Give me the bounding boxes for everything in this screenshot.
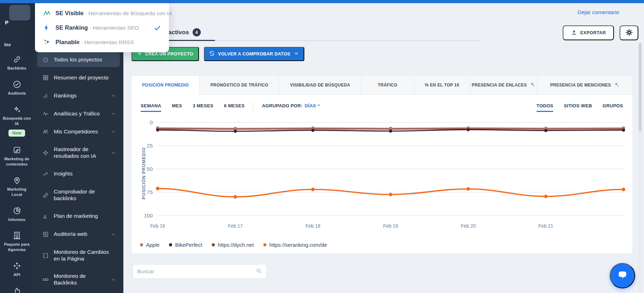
sidebar-item-label: API xyxy=(13,272,20,277)
sidebar-item-label: Rastreador de resultados con IA xyxy=(54,146,106,160)
tab-trafico[interactable]: TRÁFICO xyxy=(361,76,414,95)
sidebar-item-monitoreo-de-cambios-en-la-pagina[interactable]: Monitoreo de Cambios en la Página xyxy=(37,245,120,266)
leave-comment-link[interactable]: Dejar comentario xyxy=(578,9,619,16)
legend-item[interactable]: https://seranking.com/de xyxy=(263,242,327,248)
app-switcher-trigger[interactable] xyxy=(9,5,30,20)
chat-widget-button[interactable] xyxy=(610,263,635,288)
tab-posicion-promedio[interactable]: POSICIÓN PROMEDIO xyxy=(131,76,200,95)
app-description: · Herramientas RRSS xyxy=(80,39,134,45)
legend-label: https://dych.net xyxy=(218,242,254,248)
ai-sparkles-icon xyxy=(12,105,22,114)
chevron-down-icon xyxy=(111,277,116,282)
legend-dot xyxy=(263,243,267,246)
vertical-scrollbar[interactable] xyxy=(638,42,642,293)
scope-todos[interactable]: TODOS xyxy=(537,103,554,108)
group-by-control: AGRUPADO POR: DÍAS xyxy=(262,103,321,108)
sidebar-item-auditoria[interactable]: Auditoría xyxy=(0,80,34,96)
trend-icon xyxy=(42,171,49,178)
tab-label: PRESENCIA DE ENLACES xyxy=(472,83,527,88)
period-semana[interactable]: SEMANA xyxy=(141,103,161,108)
sidebar-item-label: Auditoría xyxy=(8,91,25,96)
content-edit-icon xyxy=(12,145,22,155)
sidebar-item-label: Paquete para Agencias xyxy=(2,242,32,252)
sidebar-item-todos-los-proyectos[interactable]: Todos los proyectos xyxy=(37,52,120,67)
tab-visibilidad-de-busqueda[interactable]: VISIBILIDAD DE BÚSQUEDA xyxy=(279,76,361,95)
chevron-down-icon xyxy=(111,129,116,134)
sidebar-item-paquete-para-agencias[interactable]: Paquete para Agencias xyxy=(0,231,34,252)
legend-item[interactable]: https://dych.net xyxy=(212,242,254,248)
sidebar-item-label: Búsqueda con IA xyxy=(2,116,32,126)
app-description: · Herramientas de Búsqueda con IA xyxy=(84,10,172,16)
sidebar-item-informes[interactable]: Informes xyxy=(0,206,34,222)
sidebar-item-rastreador-de-resultados-con-ia[interactable]: Rastreador de resultados con IA xyxy=(37,142,120,163)
legend-dot xyxy=(140,243,143,246)
app-switcher-item-planable[interactable]: Planable · Herramientas RRSS xyxy=(35,35,169,49)
tab-label: VISIBILIDAD DE BÚSQUEDA xyxy=(290,83,350,88)
sidebar-item-comprobador-de-backlinks[interactable]: Comprobador de backlinks xyxy=(37,185,120,206)
search-icon[interactable] xyxy=(256,268,262,276)
period-mes[interactable]: MES xyxy=(172,103,182,108)
chevron-down-icon xyxy=(111,232,116,237)
svg-text:100: 100 xyxy=(144,212,153,218)
export-button[interactable]: EXPORTAR xyxy=(563,25,614,40)
sidebar-item-social-media[interactable]: Social Media xyxy=(0,286,34,293)
sidebar-item-mis-competidores[interactable]: Mis Competidores xyxy=(37,124,120,139)
legend-item[interactable]: Apple xyxy=(140,242,159,248)
projects-active-tab[interactable]: activos 4 xyxy=(168,28,201,36)
settings-gear-button[interactable] xyxy=(620,25,638,40)
tab-presencia-de-menciones[interactable]: PRESENCIA DE MENCIONES xyxy=(537,76,632,95)
sidebar-item-monitoreo-de-backlinks[interactable]: Monitoreo de Backlinks xyxy=(37,269,120,290)
backlinks-icon xyxy=(42,192,49,199)
group-by-value: DÍAS xyxy=(305,103,316,108)
app-name: SE Ranking xyxy=(55,24,88,31)
scrollbar-thumb[interactable] xyxy=(639,43,642,131)
tab-label: PRONÓSTICO DE TRÁFICO xyxy=(210,83,268,88)
recheck-data-label: VOLVER A COMPROBAR DATOS xyxy=(218,52,291,56)
group-by-value-dropdown[interactable]: DÍAS xyxy=(305,103,321,108)
sidebar-item-marketing-local[interactable]: Marketing Local xyxy=(0,176,34,197)
legend-item[interactable]: BikePerfect xyxy=(169,242,202,248)
svg-text:Feb 19: Feb 19 xyxy=(383,223,398,229)
sidebar-item-insights[interactable]: Insights xyxy=(37,167,120,181)
app-switcher-item-se-ranking[interactable]: SE Ranking · Herramientas SEO xyxy=(35,20,169,35)
app-switcher-dropdown: SE Visible · Herramientas de Búsqueda co… xyxy=(35,3,169,52)
scope-sitios-web[interactable]: SITIOS WEB xyxy=(564,103,592,108)
sidebar-item-backlinks[interactable]: Backlinks xyxy=(0,55,34,71)
search-input[interactable] xyxy=(137,268,256,275)
svg-text:Feb 16: Feb 16 xyxy=(150,223,165,229)
map-pin-icon xyxy=(12,176,22,185)
period-3-meses[interactable]: 3 MESES xyxy=(193,103,213,108)
ai-sparkle-icon xyxy=(614,82,620,89)
check-icon xyxy=(153,24,161,32)
sidebar-item-plan-de-marketing[interactable]: Plan de marketing xyxy=(37,209,120,224)
tab-en-el-top-10[interactable]: % EN EL TOP 10 xyxy=(414,76,470,95)
sidebar-item-auditoria-web[interactable]: Auditoría web xyxy=(37,227,120,242)
sidebar-item-busqueda-con-ia[interactable]: Búsqueda con IANew xyxy=(0,105,34,137)
sidebar-item-resumen-del-proyecto[interactable]: Resumen del proyecto xyxy=(37,70,120,85)
api-nodes-icon xyxy=(12,261,22,270)
sidebar-item-partial-label[interactable]: Inv xyxy=(4,42,11,47)
sidebar-item-api[interactable]: API xyxy=(0,261,34,277)
chevron-down-icon xyxy=(111,150,116,156)
sidebar-item-analiticas-y-trafico[interactable]: Analíticas y Tráfico xyxy=(37,106,120,121)
refresh-icon xyxy=(209,50,215,58)
tab-presencia-de-enlaces[interactable]: PRESENCIA DE ENLACES xyxy=(470,76,537,95)
tab-pronostico-de-trafico[interactable]: PRONÓSTICO DE TRÁFICO xyxy=(200,76,279,95)
sidebar-item-marketing-de-contenidos[interactable]: Marketing de contenidos xyxy=(0,145,34,167)
recheck-data-button[interactable]: VOLVER A COMPROBAR DATOS xyxy=(204,47,304,61)
sidebar-item-rankings[interactable]: Rankings xyxy=(37,88,120,103)
project-search xyxy=(133,264,267,279)
app-switcher-item-se-visible[interactable]: SE Visible · Herramientas de Búsqueda co… xyxy=(35,6,169,20)
scope-grupos[interactable]: GRUPOS xyxy=(603,103,623,108)
sidebar-item-label: Resumen del proyecto xyxy=(54,74,116,81)
period-6-meses[interactable]: 6 MESES xyxy=(224,103,245,108)
legend-label: https://seranking.com/de xyxy=(269,242,327,248)
sidebar-item-label: Plan de marketing xyxy=(54,213,116,220)
scope-filters: TODOSSITIOS WEBGRUPOS xyxy=(537,103,623,108)
y-axis-label: POSICIÓN PROMEDIO xyxy=(141,138,146,209)
average-position-chart: POSICIÓN PROMEDIO 0255075100Feb 16Feb 17… xyxy=(136,117,627,234)
project-sidebar-list: Todos los proyectos Resumen del proyecto… xyxy=(37,52,120,290)
checklist-icon xyxy=(42,213,49,220)
chart-legend: AppleBikePerfecthttps://dych.nethttps://… xyxy=(140,242,327,248)
tab-label: POSICIÓN PROMEDIO xyxy=(142,83,189,88)
